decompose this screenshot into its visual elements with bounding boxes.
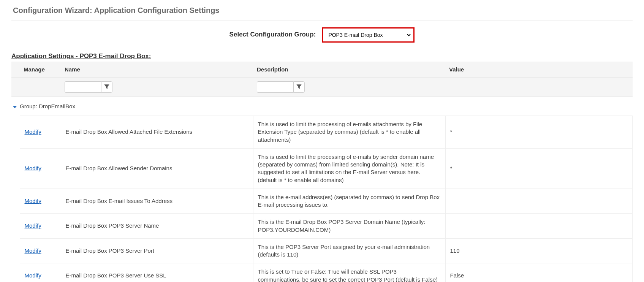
cell-manage: Modify xyxy=(20,214,61,239)
cell-value: * xyxy=(445,148,633,189)
cell-description: This is used to limit the processing of … xyxy=(253,116,445,149)
row-indent xyxy=(11,263,20,282)
cell-name: E-mail Drop Box Allowed Attached File Ex… xyxy=(61,116,253,149)
group-label: Group: DropEmailBox xyxy=(20,97,633,116)
header-value[interactable]: Value xyxy=(445,62,633,78)
cell-value xyxy=(445,214,633,239)
header-manage[interactable]: Manage xyxy=(20,62,61,78)
modify-link[interactable]: Modify xyxy=(25,222,41,229)
row-indent xyxy=(11,189,20,214)
cell-manage: Modify xyxy=(20,189,61,214)
table-header-row: Manage Name Description Value xyxy=(11,62,633,78)
modify-link[interactable]: Modify xyxy=(25,128,41,135)
description-filter-input[interactable] xyxy=(257,81,293,93)
row-indent xyxy=(11,148,20,189)
caret-down-icon[interactable] xyxy=(13,106,17,108)
cell-name: E-mail Drop Box Allowed Sender Domains xyxy=(61,148,253,189)
filter-icon xyxy=(104,84,109,90)
cell-name: E-mail Drop Box POP3 Server Name xyxy=(61,214,253,239)
filter-icon xyxy=(296,84,302,90)
settings-table: Manage Name Description Value xyxy=(11,62,633,282)
table-row: ModifyE-mail Drop Box POP3 Server PortTh… xyxy=(11,238,633,263)
cell-value xyxy=(445,189,633,214)
cell-description: This is the E-mail Drop Box POP3 Server … xyxy=(253,214,445,239)
modify-link[interactable]: Modify xyxy=(25,198,41,204)
config-group-highlight: POP3 E-mail Drop Box xyxy=(322,27,415,43)
config-group-label: Select Configuration Group: xyxy=(229,31,316,38)
cell-value: False xyxy=(445,263,633,282)
cell-description: This is used to limit the processing of … xyxy=(253,148,445,189)
cell-value: 110 xyxy=(445,238,633,263)
cell-manage: Modify xyxy=(20,263,61,282)
header-description[interactable]: Description xyxy=(253,62,445,78)
table-row: ModifyE-mail Drop Box POP3 Server Use SS… xyxy=(11,263,633,282)
table-row: ModifyE-mail Drop Box POP3 Server NameTh… xyxy=(11,214,633,239)
cell-name: E-mail Drop Box E-mail Issues To Address xyxy=(61,189,253,214)
table-row: ModifyE-mail Drop Box Allowed Attached F… xyxy=(11,116,633,149)
row-indent xyxy=(11,214,20,239)
cell-manage: Modify xyxy=(20,116,61,149)
table-row: ModifyE-mail Drop Box E-mail Issues To A… xyxy=(11,189,633,214)
modify-link[interactable]: Modify xyxy=(25,272,41,279)
description-filter-button[interactable] xyxy=(293,81,305,93)
cell-value: * xyxy=(445,116,633,149)
cell-description: This is set to True or False: True will … xyxy=(253,263,445,282)
cell-manage: Modify xyxy=(20,148,61,189)
section-title: Application Settings - POP3 E-mail Drop … xyxy=(11,52,633,60)
modify-link[interactable]: Modify xyxy=(25,165,41,171)
filter-row xyxy=(11,78,633,97)
table-row: ModifyE-mail Drop Box Allowed Sender Dom… xyxy=(11,148,633,189)
cell-name: E-mail Drop Box POP3 Server Port xyxy=(61,238,253,263)
cell-description: This is the POP3 Server Port assigned by… xyxy=(253,238,445,263)
row-indent xyxy=(11,116,20,149)
header-name[interactable]: Name xyxy=(61,62,253,78)
cell-manage: Modify xyxy=(20,238,61,263)
config-group-select[interactable]: POP3 E-mail Drop Box xyxy=(324,30,412,40)
row-indent xyxy=(11,238,20,263)
page-title: Configuration Wizard: Application Config… xyxy=(11,4,633,20)
divider xyxy=(11,20,633,21)
header-expand xyxy=(11,62,20,78)
modify-link[interactable]: Modify xyxy=(25,247,41,254)
group-row[interactable]: Group: DropEmailBox xyxy=(11,97,633,116)
cell-name: E-mail Drop Box POP3 Server Use SSL xyxy=(61,263,253,282)
cell-description: This is the e-mail address(es) (separate… xyxy=(253,189,445,214)
name-filter-button[interactable] xyxy=(101,81,112,93)
name-filter-input[interactable] xyxy=(65,81,101,93)
